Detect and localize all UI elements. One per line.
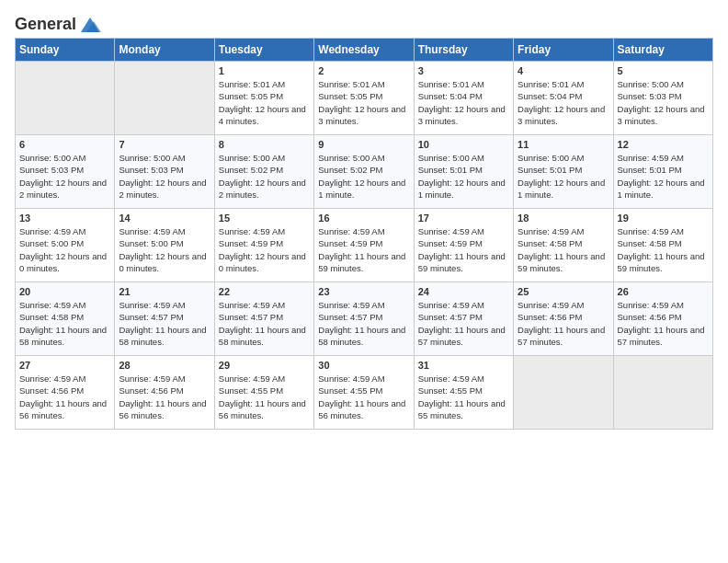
day-number: 16 [318, 213, 409, 224]
calendar-cell: 8Sunrise: 5:00 AM Sunset: 5:02 PM Daylig… [214, 135, 313, 209]
calendar-cell: 22Sunrise: 4:59 AM Sunset: 4:57 PM Dayli… [214, 282, 313, 356]
day-number: 17 [418, 213, 509, 224]
day-info: Sunrise: 5:01 AM Sunset: 5:04 PM Dayligh… [518, 78, 609, 127]
day-number: 27 [19, 360, 110, 371]
calendar-cell: 13Sunrise: 4:59 AM Sunset: 5:00 PM Dayli… [16, 209, 115, 282]
day-info: Sunrise: 5:00 AM Sunset: 5:03 PM Dayligh… [618, 78, 709, 127]
day-info: Sunrise: 5:01 AM Sunset: 5:05 PM Dayligh… [219, 78, 310, 127]
day-number: 15 [219, 213, 310, 224]
day-number: 30 [318, 360, 409, 371]
calendar-cell [613, 356, 712, 430]
calendar-cell: 5Sunrise: 5:00 AM Sunset: 5:03 PM Daylig… [613, 62, 712, 135]
day-number: 19 [618, 213, 709, 224]
day-number: 6 [19, 139, 110, 150]
day-info: Sunrise: 4:59 AM Sunset: 4:55 PM Dayligh… [219, 373, 310, 421]
logo-general: General [15, 15, 76, 34]
col-header-saturday: Saturday [613, 39, 712, 62]
col-header-thursday: Thursday [414, 39, 513, 62]
day-info: Sunrise: 4:59 AM Sunset: 4:58 PM Dayligh… [618, 225, 709, 274]
logo-icon [77, 16, 103, 34]
day-number: 1 [219, 65, 310, 76]
day-info: Sunrise: 4:59 AM Sunset: 4:56 PM Dayligh… [119, 373, 210, 421]
calendar-cell: 30Sunrise: 4:59 AM Sunset: 4:55 PM Dayli… [314, 356, 414, 430]
day-info: Sunrise: 4:59 AM Sunset: 4:58 PM Dayligh… [19, 299, 110, 348]
calendar-cell [115, 62, 214, 135]
day-number: 18 [518, 213, 609, 224]
day-number: 22 [219, 286, 310, 297]
day-info: Sunrise: 4:59 AM Sunset: 4:55 PM Dayligh… [418, 373, 509, 421]
calendar-cell: 28Sunrise: 4:59 AM Sunset: 4:56 PM Dayli… [115, 356, 214, 430]
calendar-cell: 29Sunrise: 4:59 AM Sunset: 4:55 PM Dayli… [214, 356, 313, 430]
col-header-friday: Friday [514, 39, 613, 62]
calendar-cell: 12Sunrise: 4:59 AM Sunset: 5:01 PM Dayli… [613, 135, 712, 209]
day-number: 11 [518, 139, 609, 150]
day-info: Sunrise: 4:59 AM Sunset: 5:00 PM Dayligh… [119, 225, 210, 274]
day-info: Sunrise: 5:00 AM Sunset: 5:02 PM Dayligh… [219, 152, 310, 201]
col-header-tuesday: Tuesday [214, 39, 313, 62]
calendar-cell: 16Sunrise: 4:59 AM Sunset: 4:59 PM Dayli… [314, 209, 414, 282]
day-info: Sunrise: 4:59 AM Sunset: 4:56 PM Dayligh… [618, 299, 709, 348]
calendar-cell: 9Sunrise: 5:00 AM Sunset: 5:02 PM Daylig… [314, 135, 414, 209]
col-header-wednesday: Wednesday [314, 39, 414, 62]
calendar-cell [16, 62, 115, 135]
calendar-cell: 11Sunrise: 5:00 AM Sunset: 5:01 PM Dayli… [514, 135, 613, 209]
day-info: Sunrise: 5:01 AM Sunset: 5:05 PM Dayligh… [318, 78, 409, 127]
day-info: Sunrise: 4:59 AM Sunset: 5:00 PM Dayligh… [19, 225, 110, 274]
day-info: Sunrise: 4:59 AM Sunset: 4:57 PM Dayligh… [418, 299, 509, 348]
day-number: 10 [418, 139, 509, 150]
calendar-cell: 7Sunrise: 5:00 AM Sunset: 5:03 PM Daylig… [115, 135, 214, 209]
calendar-cell: 1Sunrise: 5:01 AM Sunset: 5:05 PM Daylig… [214, 62, 313, 135]
calendar-cell: 23Sunrise: 4:59 AM Sunset: 4:57 PM Dayli… [314, 282, 414, 356]
day-info: Sunrise: 4:59 AM Sunset: 4:56 PM Dayligh… [19, 373, 110, 421]
day-number: 24 [418, 286, 509, 297]
day-info: Sunrise: 5:00 AM Sunset: 5:01 PM Dayligh… [518, 152, 609, 201]
page-header: General [15, 15, 713, 30]
calendar-cell: 26Sunrise: 4:59 AM Sunset: 4:56 PM Dayli… [613, 282, 712, 356]
day-number: 28 [119, 360, 210, 371]
day-number: 5 [618, 65, 709, 76]
day-info: Sunrise: 4:59 AM Sunset: 4:56 PM Dayligh… [518, 299, 609, 348]
day-info: Sunrise: 4:59 AM Sunset: 4:57 PM Dayligh… [318, 299, 409, 348]
day-number: 25 [518, 286, 609, 297]
calendar-cell: 15Sunrise: 4:59 AM Sunset: 4:59 PM Dayli… [214, 209, 313, 282]
calendar-cell: 31Sunrise: 4:59 AM Sunset: 4:55 PM Dayli… [414, 356, 513, 430]
calendar-cell: 2Sunrise: 5:01 AM Sunset: 5:05 PM Daylig… [314, 62, 414, 135]
day-number: 29 [219, 360, 310, 371]
day-info: Sunrise: 5:00 AM Sunset: 5:03 PM Dayligh… [119, 152, 210, 201]
calendar-cell [514, 356, 613, 430]
calendar-cell: 6Sunrise: 5:00 AM Sunset: 5:03 PM Daylig… [16, 135, 115, 209]
day-number: 14 [119, 213, 210, 224]
col-header-monday: Monday [115, 39, 214, 62]
day-number: 8 [219, 139, 310, 150]
calendar-cell: 17Sunrise: 4:59 AM Sunset: 4:59 PM Dayli… [414, 209, 513, 282]
calendar-cell: 24Sunrise: 4:59 AM Sunset: 4:57 PM Dayli… [414, 282, 513, 356]
col-header-sunday: Sunday [16, 39, 115, 62]
calendar-cell: 19Sunrise: 4:59 AM Sunset: 4:58 PM Dayli… [613, 209, 712, 282]
calendar-cell: 10Sunrise: 5:00 AM Sunset: 5:01 PM Dayli… [414, 135, 513, 209]
day-info: Sunrise: 4:59 AM Sunset: 4:59 PM Dayligh… [219, 225, 310, 274]
day-number: 12 [618, 139, 709, 150]
calendar-cell: 20Sunrise: 4:59 AM Sunset: 4:58 PM Dayli… [16, 282, 115, 356]
calendar-table: SundayMondayTuesdayWednesdayThursdayFrid… [15, 38, 713, 430]
day-number: 31 [418, 360, 509, 371]
calendar-cell: 21Sunrise: 4:59 AM Sunset: 4:57 PM Dayli… [115, 282, 214, 356]
calendar-cell: 14Sunrise: 4:59 AM Sunset: 5:00 PM Dayli… [115, 209, 214, 282]
day-number: 23 [318, 286, 409, 297]
day-number: 21 [119, 286, 210, 297]
day-info: Sunrise: 5:00 AM Sunset: 5:02 PM Dayligh… [318, 152, 409, 201]
day-number: 2 [318, 65, 409, 76]
calendar-cell: 4Sunrise: 5:01 AM Sunset: 5:04 PM Daylig… [514, 62, 613, 135]
day-info: Sunrise: 4:59 AM Sunset: 4:58 PM Dayligh… [518, 225, 609, 274]
day-number: 4 [518, 65, 609, 76]
day-number: 7 [119, 139, 210, 150]
day-number: 3 [418, 65, 509, 76]
logo: General [15, 15, 104, 30]
day-number: 13 [19, 213, 110, 224]
day-info: Sunrise: 4:59 AM Sunset: 4:57 PM Dayligh… [219, 299, 310, 348]
day-number: 26 [618, 286, 709, 297]
day-number: 9 [318, 139, 409, 150]
calendar-cell: 3Sunrise: 5:01 AM Sunset: 5:04 PM Daylig… [414, 62, 513, 135]
calendar-cell: 18Sunrise: 4:59 AM Sunset: 4:58 PM Dayli… [514, 209, 613, 282]
day-number: 20 [19, 286, 110, 297]
day-info: Sunrise: 4:59 AM Sunset: 4:55 PM Dayligh… [318, 373, 409, 421]
